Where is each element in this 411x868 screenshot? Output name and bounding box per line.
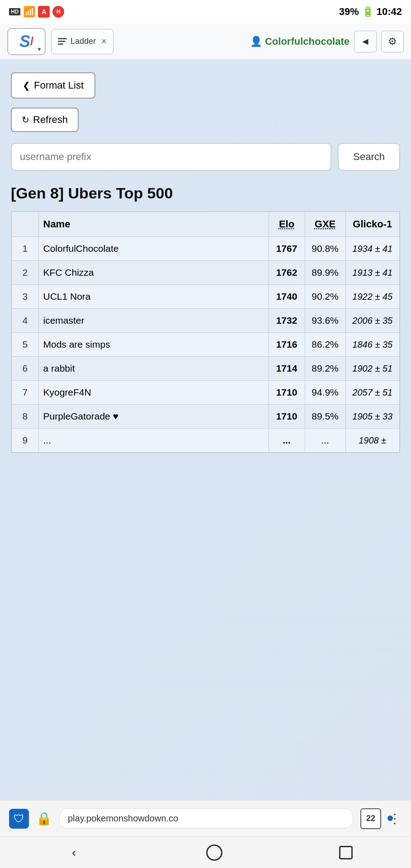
back-arrow-icon: ❮ [23, 80, 30, 91]
cell-gxe: 93.6% [305, 309, 345, 333]
browser-menu-container: ⋮ [388, 811, 402, 826]
format-list-label: Format List [34, 80, 84, 91]
hd-badge: HD [9, 8, 20, 15]
cell-gxe: 94.9% [305, 381, 345, 405]
table-row[interactable]: 1ColorfulChocolate176790.8%1934 ± 41 [11, 237, 400, 261]
refresh-button[interactable]: ↻ Refresh [11, 108, 79, 132]
table-row[interactable]: 3UCL1 Nora174090.2%1922 ± 45 [11, 285, 400, 309]
user-icon: 👤 [250, 36, 262, 47]
cell-gxe: 90.8% [305, 237, 345, 261]
format-list-button[interactable]: ❮ Format List [11, 72, 95, 99]
table-header-row: Name Elo GXE Glicko-1 [11, 212, 400, 237]
username-display: 👤 Colorfulchocolate [250, 36, 350, 47]
cell-elo: 1714 [269, 357, 305, 381]
cell-elo: 1710 [269, 405, 305, 429]
ladder-line-2 [58, 41, 65, 42]
cell-glicko: 1913 ± 41 [345, 261, 400, 285]
app-h-icon: H [52, 6, 64, 18]
home-nav-button[interactable] [206, 844, 222, 861]
cell-glicko: 1922 ± 45 [345, 285, 400, 309]
battery-icon: 🔋 [362, 6, 374, 18]
cell-gxe: 89.9% [305, 261, 345, 285]
col-header-elo[interactable]: Elo [269, 212, 305, 237]
user-section: 👤 Colorfulchocolate ◄ ⚙ [250, 31, 404, 52]
cell-name[interactable]: KFC Chizza [38, 261, 269, 285]
ladder-tab[interactable]: Ladder × [51, 29, 113, 54]
refresh-icon: ↻ [22, 114, 29, 125]
back-nav-button[interactable]: ‹ [58, 841, 90, 864]
col-header-gxe[interactable]: GXE [305, 212, 345, 237]
cell-gxe: ... [305, 429, 345, 453]
cell-rank: 5 [11, 333, 38, 357]
cell-glicko: 1905 ± 33 [345, 405, 400, 429]
cell-gxe: 90.2% [305, 285, 345, 309]
table-row[interactable]: 5Mods are simps171686.2%1846 ± 35 [11, 333, 400, 357]
search-button[interactable]: Search [338, 143, 400, 171]
battery-percent: 39% [339, 6, 359, 18]
close-ladder-icon[interactable]: × [101, 36, 107, 47]
cell-gxe: 89.5% [305, 405, 345, 429]
browser-tabs-button[interactable]: 22 [360, 808, 381, 829]
table-row[interactable]: 2KFC Chizza176289.9%1913 ± 41 [11, 261, 400, 285]
table-row[interactable]: 6a rabbit171489.2%1902 ± 51 [11, 357, 400, 381]
search-row: Search [11, 143, 400, 171]
browser-lock-icon: 🔒 [36, 811, 52, 826]
cell-rank: 3 [11, 285, 38, 309]
browser-bar: 🛡 🔒 play.pokemonshowdown.co 22 ⋮ [0, 800, 411, 836]
nav-bar: S / ▼ Ladder × 👤 Colorfulchocolate ◄ ⚙ [0, 24, 411, 60]
ladder-table: Name Elo GXE Glicko-1 1ColorfulChocolate… [11, 211, 400, 453]
cell-elo: ... [269, 429, 305, 453]
bottom-nav: ‹ [0, 836, 411, 868]
time: 10:42 [377, 6, 402, 18]
status-left: HD 📶 A H [9, 6, 64, 18]
cell-rank: 8 [11, 405, 38, 429]
status-bar: HD 📶 A H 39% 🔋 10:42 [0, 0, 411, 24]
status-right: 39% 🔋 10:42 [339, 6, 402, 18]
username-text: Colorfulchocolate [265, 36, 350, 47]
logo-button[interactable]: S / ▼ [7, 28, 46, 55]
cell-rank: 7 [11, 381, 38, 405]
table-row[interactable]: 7KyogreF4N171094.9%2057 ± 51 [11, 381, 400, 405]
logo-dropdown-arrow: ▼ [37, 46, 42, 52]
sound-icon: ◄ [360, 36, 370, 47]
search-label: Search [353, 151, 385, 162]
cell-elo: 1710 [269, 381, 305, 405]
cell-name[interactable]: KyogreF4N [38, 381, 269, 405]
browser-tabs-count: 22 [366, 814, 375, 823]
main-content: ❮ Format List ↻ Refresh Search [Gen 8] U… [0, 60, 411, 800]
cell-glicko: 2057 ± 51 [345, 381, 400, 405]
ladder-line-3 [58, 43, 63, 45]
cell-elo: 1762 [269, 261, 305, 285]
cell-name[interactable]: a rabbit [38, 357, 269, 381]
cell-name[interactable]: ... [38, 429, 269, 453]
cell-rank: 4 [11, 309, 38, 333]
cell-rank: 9 [11, 429, 38, 453]
cell-name[interactable]: UCL1 Nora [38, 285, 269, 309]
browser-shield-icon: 🛡 [9, 809, 29, 829]
search-input[interactable] [11, 143, 331, 171]
ladder-tab-label: Ladder [71, 37, 96, 46]
cell-glicko: 1846 ± 35 [345, 333, 400, 357]
ladder-title: [Gen 8] Ubers Top 500 [11, 184, 400, 202]
browser-url-bar[interactable]: play.pokemonshowdown.co [59, 808, 353, 829]
settings-button[interactable]: ⚙ [381, 31, 404, 52]
cell-name[interactable]: icemaster [38, 309, 269, 333]
notification-dot [387, 816, 393, 821]
cell-gxe: 86.2% [305, 333, 345, 357]
logo-slash: / [30, 34, 33, 48]
refresh-label: Refresh [33, 114, 68, 126]
cell-name[interactable]: Mods are simps [38, 333, 269, 357]
sound-button[interactable]: ◄ [354, 31, 377, 52]
cell-name[interactable]: ColorfulChocolate [38, 237, 269, 261]
table-row[interactable]: 8PurpleGatorade ♥171089.5%1905 ± 33 [11, 405, 400, 429]
table-row[interactable]: 4icemaster173293.6%2006 ± 35 [11, 309, 400, 333]
app-a-icon: A [38, 6, 50, 18]
cell-rank: 6 [11, 357, 38, 381]
col-header-rank [11, 212, 38, 237]
recent-nav-button[interactable] [339, 846, 353, 859]
table-row[interactable]: 9.........1908 ± [11, 429, 400, 453]
cell-rank: 2 [11, 261, 38, 285]
cell-name[interactable]: PurpleGatorade ♥ [38, 405, 269, 429]
cell-rank: 1 [11, 237, 38, 261]
logo-s: S [19, 32, 30, 51]
